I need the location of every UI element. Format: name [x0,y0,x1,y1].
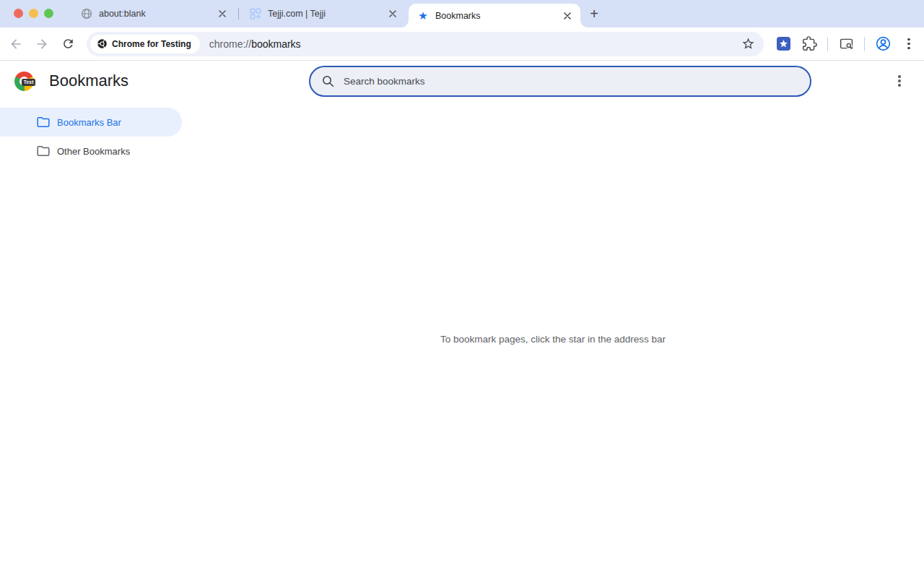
tab-bookmarks[interactable]: ★ Bookmarks [409,4,580,27]
grid-icon [250,8,261,20]
window-controls [14,9,53,18]
star-icon: ★ [417,10,429,22]
chrome-for-testing-logo-icon: Test [14,72,34,91]
close-window-button[interactable] [14,9,23,18]
close-tab-icon[interactable] [562,10,573,22]
folders-sidebar: Bookmarks Bar Other Bookmarks [0,101,182,577]
logo-test-badge: Test [22,79,35,87]
url-text: chrome://bookmarks [209,38,738,50]
tab-title: about:blank [99,9,210,19]
tab-strip: about:blank Tejji.com | Tejji ★ [0,0,924,27]
zoom-window-button[interactable] [44,9,53,18]
chip-label: Chrome for Testing [112,39,191,49]
extensions-puzzle-icon[interactable] [799,34,819,54]
bookmarks-search-bar[interactable] [309,66,811,97]
tab-search-icon[interactable] [836,34,856,54]
browser-toolbar: Chrome for Testing chrome://bookmarks [0,27,924,61]
close-tab-icon[interactable] [217,8,228,20]
new-tab-button[interactable]: + [585,4,603,23]
tab-tejji[interactable]: Tejji.com | Tejji [241,0,406,27]
page-menu-icon[interactable] [889,71,910,91]
bookmarks-extension-icon[interactable] [773,34,793,54]
folder-icon [36,115,51,129]
tab-about-blank[interactable]: about:blank [72,0,235,27]
sidebar-item-label: Bookmarks Bar [57,117,121,128]
bookmarks-list-area: To bookmark pages, click the star in the… [182,101,924,577]
tab-separator [238,8,239,20]
reload-button[interactable] [58,34,78,54]
bookmarks-header: Test Bookmarks [0,61,924,101]
bookmarks-page: Test Bookmarks Bo [0,61,924,577]
profile-avatar-icon[interactable] [873,34,893,54]
folder-icon [36,144,51,158]
toolbar-divider [827,37,828,51]
search-input[interactable] [342,75,798,87]
back-button[interactable] [6,34,26,54]
minimize-window-button[interactable] [29,9,38,18]
forward-button[interactable] [32,34,52,54]
sidebar-item-other-bookmarks[interactable]: Other Bookmarks [0,137,182,165]
tab-title: Bookmarks [435,11,555,21]
close-tab-icon[interactable] [387,8,398,20]
bookmark-star-icon[interactable] [738,34,758,54]
sidebar-item-bookmarks-bar[interactable]: Bookmarks Bar [0,108,182,137]
address-bar[interactable]: Chrome for Testing chrome://bookmarks [87,32,764,56]
tab-title: Tejji.com | Tejji [268,9,380,19]
browser-window: about:blank Tejji.com | Tejji ★ [0,0,924,578]
globe-icon [81,8,92,20]
page-title: Bookmarks [49,72,128,90]
url-path: bookmarks [251,38,300,50]
bookmarks-body: Bookmarks Bar Other Bookmarks To bookmar… [0,101,924,577]
browser-menu-icon[interactable] [899,34,919,54]
chrome-for-testing-chip: Chrome for Testing [90,35,200,53]
sidebar-item-label: Other Bookmarks [57,146,130,157]
url-scheme: chrome:// [209,38,251,50]
chrome-mono-logo-icon [97,38,108,49]
search-icon [322,75,334,87]
toolbar-right-icons [773,34,919,54]
empty-state-message: To bookmark pages, click the star in the… [440,334,666,345]
toolbar-divider [864,37,865,51]
